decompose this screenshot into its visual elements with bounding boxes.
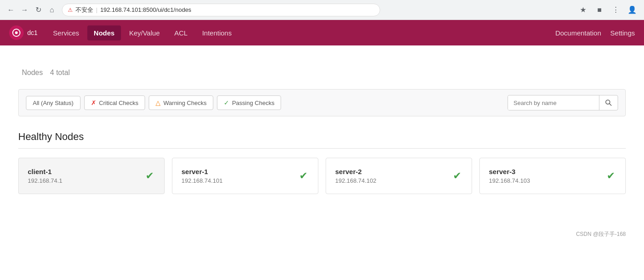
- nav-logo: dc1: [9, 25, 38, 40]
- datacenter-label: dc1: [27, 29, 38, 36]
- nav-links: Services Nodes Key/Value ACL Intentions: [47, 25, 238, 40]
- node-status-server-3: ✔: [605, 170, 616, 181]
- node-ip-server-2: 192.168.74.102: [335, 177, 376, 184]
- main-content: Nodes 4 total All (Any Status) ✗ Critica…: [0, 45, 644, 203]
- svg-point-1: [15, 31, 18, 34]
- node-card-server-2[interactable]: server-2 192.168.74.102 ✔: [326, 158, 472, 194]
- svg-line-3: [609, 104, 611, 105]
- node-info-server-2: server-2 192.168.74.102: [335, 168, 376, 184]
- node-status-client-1: ✔: [144, 170, 155, 181]
- search-input[interactable]: [508, 96, 599, 110]
- browser-chrome: ← → ↻ ⌂ ⚠ 不安全 | 192.168.74.101:8500/ui/d…: [0, 0, 644, 20]
- node-ip-server-1: 192.168.74.101: [181, 177, 222, 184]
- nodes-grid: client-1 192.168.74.1 ✔ server-1 192.168…: [18, 158, 626, 194]
- critical-icon: ✗: [91, 99, 96, 106]
- security-text: 不安全: [75, 6, 93, 14]
- node-name-client-1: client-1: [28, 168, 62, 175]
- page-header: Nodes 4 total: [18, 64, 626, 78]
- filter-critical-button[interactable]: ✗ Critical Checks: [84, 95, 146, 110]
- page-footer: CSDN @段子手-168: [0, 221, 644, 247]
- total-count: 4 total: [50, 69, 70, 76]
- security-indicator: ⚠: [68, 7, 73, 13]
- extension-button[interactable]: ■: [593, 4, 606, 16]
- critical-label: Critical Checks: [99, 100, 139, 106]
- node-card-server-1[interactable]: server-1 192.168.74.101 ✔: [172, 158, 318, 194]
- passing-check-icon-client-1: ✔: [146, 170, 154, 182]
- browser-actions: ★ ■ ⋮ 👤: [577, 4, 639, 16]
- node-status-server-1: ✔: [298, 170, 309, 181]
- nav-settings[interactable]: Settings: [610, 29, 635, 37]
- node-card-client-1[interactable]: client-1 192.168.74.1 ✔: [18, 158, 165, 194]
- browser-nav-buttons: ← → ↻ ⌂: [5, 5, 57, 15]
- warning-label: Warning Checks: [163, 100, 206, 106]
- passing-check-icon-server-1: ✔: [299, 170, 307, 182]
- profile-button[interactable]: 👤: [626, 4, 639, 16]
- filter-bar: All (Any Status) ✗ Critical Checks △ War…: [18, 89, 626, 116]
- node-status-server-2: ✔: [452, 170, 463, 181]
- node-info-client-1: client-1 192.168.74.1: [28, 168, 62, 184]
- healthy-nodes-section: Healthy Nodes client-1 192.168.74.1 ✔ se…: [18, 131, 626, 194]
- address-bar[interactable]: ⚠ 不安全 | 192.168.74.101:8500/ui/dc1/nodes: [62, 4, 380, 16]
- home-button[interactable]: ⌂: [46, 5, 57, 15]
- nav-intentions[interactable]: Intentions: [196, 25, 238, 40]
- top-nav: dc1 Services Nodes Key/Value ACL Intenti…: [0, 20, 644, 45]
- node-name-server-3: server-3: [489, 168, 530, 175]
- passing-check-icon-server-3: ✔: [607, 170, 615, 182]
- consul-logo-icon: [9, 25, 24, 40]
- filter-all-button[interactable]: All (Any Status): [26, 96, 80, 110]
- bookmark-button[interactable]: ★: [577, 4, 589, 16]
- passing-icon: ✓: [224, 99, 229, 106]
- node-info-server-3: server-3 192.168.74.103: [489, 168, 530, 184]
- node-ip-server-3: 192.168.74.103: [489, 177, 530, 184]
- nav-acl[interactable]: ACL: [168, 25, 194, 40]
- node-name-server-2: server-2: [335, 168, 376, 175]
- search-container: [508, 95, 618, 110]
- nav-nodes[interactable]: Nodes: [87, 25, 121, 40]
- back-button[interactable]: ←: [5, 5, 16, 15]
- node-info-server-1: server-1 192.168.74.101: [181, 168, 222, 184]
- nav-documentation[interactable]: Documentation: [555, 29, 601, 37]
- node-name-server-1: server-1: [181, 168, 222, 175]
- forward-button[interactable]: →: [19, 5, 30, 15]
- menu-button[interactable]: ⋮: [609, 4, 622, 16]
- search-icon: [605, 99, 612, 106]
- filter-warning-button[interactable]: △ Warning Checks: [149, 95, 213, 110]
- filter-passing-button[interactable]: ✓ Passing Checks: [217, 95, 281, 110]
- section-title-healthy: Healthy Nodes: [18, 131, 626, 149]
- node-card-server-3[interactable]: server-3 192.168.74.103 ✔: [479, 158, 626, 194]
- url-divider: |: [96, 6, 97, 13]
- nav-services[interactable]: Services: [47, 25, 86, 40]
- refresh-button[interactable]: ↻: [33, 5, 44, 15]
- footer-text: CSDN @段子手-168: [576, 231, 626, 237]
- passing-label: Passing Checks: [232, 100, 274, 106]
- passing-check-icon-server-2: ✔: [453, 170, 461, 182]
- warning-icon: △: [156, 99, 161, 106]
- page-title: Nodes 4 total: [18, 64, 626, 78]
- nav-keyvalue[interactable]: Key/Value: [123, 25, 166, 40]
- search-button[interactable]: [599, 95, 618, 110]
- url-text: 192.168.74.101:8500/ui/dc1/nodes: [100, 6, 191, 13]
- nav-right-links: Documentation Settings: [555, 29, 635, 37]
- node-ip-client-1: 192.168.74.1: [28, 177, 62, 184]
